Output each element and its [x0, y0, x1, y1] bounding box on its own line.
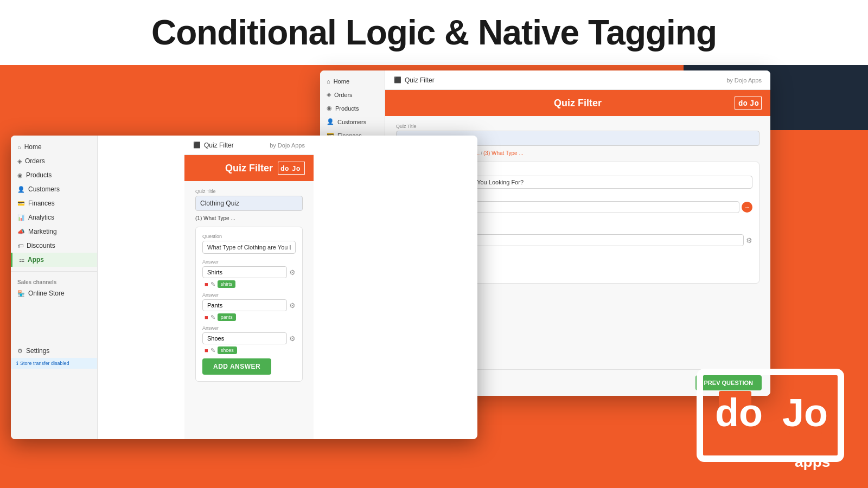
- breadcrumb-part3[interactable]: (3) What Type ...: [483, 150, 524, 156]
- top-area: Conditional Logic & Native Tagging: [0, 0, 868, 65]
- svg-text:Jo: Jo: [782, 391, 828, 434]
- front-delete1-icon[interactable]: ■: [205, 281, 208, 287]
- front-window-orange-bar: Quiz Filter do Jo: [184, 155, 314, 181]
- sidebar-item-customers[interactable]: 👤 Customers: [11, 182, 97, 196]
- marketing-icon-front: 📣: [17, 228, 25, 235]
- back-window-bar-title: Quiz Filter: [554, 98, 602, 109]
- front-answer-row-3: ⚙: [202, 332, 296, 344]
- front-window: ⌂ Home ◈ Orders ◉ Products 👤 Customers 💳: [11, 136, 477, 439]
- svg-text:do: do: [715, 391, 763, 434]
- front-answer3-actions: ■ ✎ shoes: [202, 346, 296, 354]
- back-answer2-gear[interactable]: ⚙: [746, 236, 752, 245]
- svg-text:apps: apps: [795, 453, 830, 470]
- orders-icon: ◈: [327, 91, 331, 98]
- front-answer1-actions: ■ ✎ shirts: [202, 280, 296, 288]
- sidebar-item-marketing[interactable]: 📣 Marketing: [11, 224, 97, 239]
- svg-text:do: do: [738, 99, 748, 107]
- front-window-bar-title: Quiz Filter: [225, 163, 273, 174]
- back-quiz-title-label: Quiz Title: [396, 124, 760, 129]
- sidebar-divider: [11, 271, 97, 272]
- back-window-dojo-logo: do Jo: [735, 97, 762, 110]
- front-window-header-title: Quiz Filter: [204, 142, 234, 149]
- sidebar-item-home[interactable]: ⌂ Home: [11, 140, 97, 154]
- front-quiz-title-label: Quiz Title: [195, 189, 303, 194]
- front-answer2-label: Answer: [202, 292, 296, 298]
- back-sidebar-item-products[interactable]: ◉ Products: [320, 101, 385, 115]
- front-answer3-input[interactable]: [202, 332, 287, 344]
- front-answer3-gear[interactable]: ⚙: [289, 335, 296, 343]
- front-answer2-input[interactable]: [202, 299, 287, 311]
- sales-channels-label: Sales channels: [11, 276, 97, 286]
- front-window-dojo-logo: do Jo: [278, 162, 305, 175]
- front-answer-row-2: ⚙: [202, 299, 296, 311]
- front-answer-row-1: ⚙: [202, 266, 296, 278]
- front-question-section: Question Answer ⚙ ■ ✎ shirts: [195, 227, 303, 382]
- front-window-quiz-content: Quiz Title (1) What Type ... Question An…: [184, 181, 314, 439]
- store-transfer-banner: ℹ Store transfer disabled: [11, 358, 97, 369]
- front-delete2-icon[interactable]: ■: [205, 314, 208, 320]
- front-window-by-label: by Dojo Apps: [270, 142, 305, 149]
- filter-icon-back: ⬛: [394, 76, 401, 84]
- settings-icon: ⚙: [17, 348, 23, 355]
- front-quiz-title-input[interactable]: [195, 196, 303, 211]
- back-window-orange-bar: Quiz Filter do Jo: [385, 90, 770, 116]
- sidebar-item-apps[interactable]: ⚏ Apps: [11, 253, 97, 267]
- front-tag2-button[interactable]: pants: [218, 313, 236, 321]
- sidebar-item-products[interactable]: ◉ Products: [11, 168, 97, 182]
- customers-icon: 👤: [327, 118, 334, 125]
- front-delete3-icon[interactable]: ■: [205, 347, 208, 354]
- front-breadcrumb-part1[interactable]: (1) What Type ...: [195, 215, 235, 221]
- front-answer1-gear[interactable]: ⚙: [289, 268, 296, 277]
- sidebar-item-analytics[interactable]: 📊 Analytics: [11, 210, 97, 224]
- dojo-logo-large: do Jo apps: [694, 367, 846, 477]
- sidebar-item-orders[interactable]: ◈ Orders: [11, 154, 97, 168]
- back-answer1-arrow[interactable]: →: [742, 202, 752, 213]
- front-edit1-icon[interactable]: ✎: [210, 281, 215, 288]
- sidebar-item-online-store[interactable]: 🏪 Online Store: [11, 286, 97, 300]
- front-answer1-label: Answer: [202, 259, 296, 265]
- front-question-label: Question: [202, 234, 296, 239]
- discounts-icon-front: 🏷: [17, 242, 23, 249]
- bottom-area: ⌂ Home ◈ Orders ◉ Products 👤 Customers 💳: [0, 65, 868, 488]
- front-window-header: ⬛ Quiz Filter by Dojo Apps: [184, 136, 314, 155]
- front-answer3-label: Answer: [202, 325, 296, 331]
- page-title: Conditional Logic & Native Tagging: [151, 12, 717, 53]
- orders-icon-front: ◈: [17, 158, 22, 165]
- back-window-header-title: Quiz Filter: [405, 76, 435, 84]
- front-window-sidebar: ⌂ Home ◈ Orders ◉ Products 👤 Customers 💳: [11, 136, 98, 439]
- back-window-header: ⬛ Quiz Filter by Dojo Apps: [385, 70, 770, 90]
- front-question-input[interactable]: [202, 241, 296, 254]
- front-tag1-button[interactable]: shirts: [218, 280, 236, 288]
- store-icon: 🏪: [17, 290, 25, 297]
- filter-icon-front: ⬛: [193, 142, 201, 149]
- front-edit2-icon[interactable]: ✎: [210, 314, 215, 321]
- sidebar-item-finances[interactable]: 💳 Finances: [11, 196, 97, 210]
- finances-icon-front: 💳: [17, 200, 25, 207]
- apps-icon-front: ⚏: [19, 256, 24, 264]
- analytics-icon-front: 📊: [17, 214, 25, 221]
- svg-text:Jo: Jo: [292, 164, 301, 172]
- sidebar-item-settings[interactable]: ⚙ Settings: [11, 344, 97, 358]
- home-icon: ⌂: [327, 78, 330, 85]
- products-icon: ◉: [327, 105, 332, 112]
- svg-text:Jo: Jo: [750, 99, 759, 107]
- front-add-answer-button[interactable]: ADD ANSWER: [202, 358, 271, 375]
- svg-text:do: do: [280, 164, 289, 172]
- products-icon-front: ◉: [17, 172, 23, 179]
- front-tag3-button[interactable]: shoes: [218, 346, 237, 354]
- front-answer2-gear[interactable]: ⚙: [289, 301, 296, 310]
- front-window-app-content: ⬛ Quiz Filter by Dojo Apps Quiz Filter d…: [184, 136, 314, 439]
- front-answer2-actions: ■ ✎ pants: [202, 313, 296, 321]
- home-icon-front: ⌂: [17, 144, 21, 150]
- back-sidebar-item-orders[interactable]: ◈ Orders: [320, 88, 385, 101]
- info-icon: ℹ: [16, 361, 18, 366]
- customers-icon-front: 👤: [17, 186, 25, 193]
- front-edit3-icon[interactable]: ✎: [210, 347, 215, 354]
- front-answer1-input[interactable]: [202, 266, 287, 278]
- front-breadcrumb: (1) What Type ...: [195, 215, 303, 221]
- sidebar-item-discounts[interactable]: 🏷 Discounts: [11, 239, 97, 253]
- back-sidebar-item-home[interactable]: ⌂ Home: [320, 75, 385, 88]
- back-window-by-label: by Dojo Apps: [726, 77, 762, 84]
- back-sidebar-item-customers[interactable]: 👤 Customers: [320, 115, 385, 129]
